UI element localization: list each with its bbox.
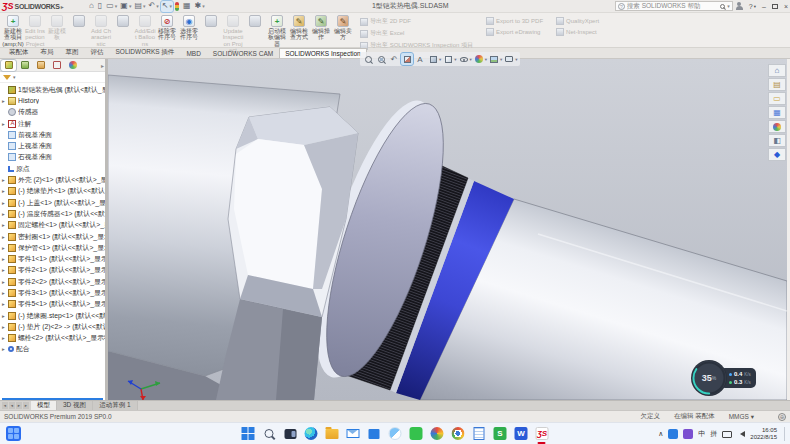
solidworks-taskbar-icon[interactable]: ƷS xyxy=(535,426,550,441)
tree-item[interactable]: ▸ 螺栓<2> (默认<<默认>_显示状态 xyxy=(0,333,105,344)
search-help-box[interactable]: ? 搜索 SOLIDWORKS 帮助 ▾ xyxy=(615,1,733,11)
tree-item[interactable]: ▸ (-) 绝缘垫片<1> (默认<<默认>_显 xyxy=(0,186,105,197)
new-document-icon[interactable]: ▯ xyxy=(97,1,104,12)
tree-item[interactable]: 上视基准面 xyxy=(0,140,105,151)
document-tab[interactable]: 模型 xyxy=(31,401,57,410)
panel-more-arrow[interactable]: ▸ xyxy=(101,62,104,69)
section-view-icon[interactable] xyxy=(401,53,413,65)
open-icon[interactable]: ▭ ▾ xyxy=(105,1,118,12)
export-menu-item[interactable]: 导出至 SOLIDWORKS Inspection 项目 xyxy=(360,41,473,50)
tree-item[interactable]: ▸ 固定螺栓<1> (默认<<默认>_显示 xyxy=(0,220,105,231)
tab-display-manager[interactable] xyxy=(65,60,80,71)
wechat-icon[interactable] xyxy=(409,426,424,441)
help-menu-button[interactable]: ?▾ xyxy=(749,3,756,10)
green-s-app-icon[interactable]: S xyxy=(493,426,508,441)
export-menu-item[interactable]: 导出至 2D PDF xyxy=(360,17,473,26)
document-tab[interactable]: 运动算例 1 xyxy=(93,401,137,410)
tab-feature-tree[interactable] xyxy=(1,60,16,71)
tab-nav-arrow[interactable]: ◂ xyxy=(9,402,15,409)
tree-item[interactable]: ▸ 注解 xyxy=(0,118,105,129)
close-button[interactable]: × xyxy=(784,3,788,10)
chrome-icon[interactable] xyxy=(451,426,466,441)
design-library-icon[interactable]: ▤ xyxy=(768,78,786,91)
display-style-icon[interactable] xyxy=(442,53,454,65)
export-menu-item[interactable]: Net-Inspect xyxy=(556,28,599,36)
filter-caret[interactable]: ▾ xyxy=(13,74,16,80)
tree-item[interactable]: ▸ History xyxy=(0,95,105,106)
document-tab[interactable]: 3D 视图 xyxy=(57,401,93,410)
select-icon[interactable]: ↖ ▾ xyxy=(161,1,173,12)
tree-item[interactable]: ▸ (-) 绝缘圈.step<1> (默认<<默认 xyxy=(0,310,105,321)
undo-icon[interactable]: ↶ ▾ xyxy=(147,1,159,12)
view-palette-icon[interactable]: ▦ xyxy=(768,106,786,119)
tab-nav-arrow[interactable]: ▸ xyxy=(23,402,29,409)
export-menu-item[interactable]: Export eDrawing xyxy=(486,28,543,36)
apply-scene-icon[interactable] xyxy=(488,53,500,65)
tab-nav-arrow[interactable]: ▸ xyxy=(16,402,22,409)
home-icon[interactable]: ⌂ xyxy=(88,1,96,12)
tab-configuration-manager[interactable] xyxy=(33,60,48,71)
tree-item[interactable]: ▸ 零件5<1> (默认<<默认>_显示状态 xyxy=(0,299,105,310)
command-tab[interactable]: SOLIDWORKS 插件 xyxy=(110,46,181,58)
appearances-scenes-icon[interactable] xyxy=(768,120,786,133)
tree-item[interactable]: ▸ (-) 温度传感器<1> (默认<<默认>_ xyxy=(0,208,105,219)
command-tab[interactable]: MBD xyxy=(180,48,206,58)
start-button[interactable] xyxy=(241,426,256,441)
export-menu-item[interactable]: QualityXpert xyxy=(556,17,599,25)
display-settings-icon[interactable]: ▦ xyxy=(182,1,193,12)
zoom-area-icon[interactable] xyxy=(375,53,387,65)
rebuild-icon[interactable] xyxy=(174,1,181,12)
store-icon[interactable] xyxy=(367,426,382,441)
restore-button[interactable] xyxy=(772,4,778,9)
command-tab[interactable]: 评估 xyxy=(85,46,110,58)
export-menu-item[interactable]: Export to 3D PDF xyxy=(486,17,543,25)
notes-icon[interactable] xyxy=(472,426,487,441)
tree-item[interactable]: ▸ (-) 上盖<1> (默认<<默认>_显示状 xyxy=(0,197,105,208)
tree-item[interactable]: ▸ 配合 xyxy=(0,344,105,355)
tree-item[interactable]: ▸ 零件3<1> (默认<<默认>_显示状态 xyxy=(0,287,105,298)
command-tab[interactable]: 草图 xyxy=(60,46,85,58)
zoom-fit-icon[interactable] xyxy=(362,53,374,65)
taskbar-search-icon[interactable] xyxy=(262,426,277,441)
print-icon[interactable]: ▤ ▾ xyxy=(133,1,146,12)
minimize-button[interactable]: – xyxy=(762,3,766,10)
forum-icon[interactable]: ◆ xyxy=(768,148,786,161)
ime-lang-indicator[interactable]: 中 xyxy=(698,429,705,439)
tree-item[interactable]: 原点 xyxy=(0,163,105,174)
options-icon[interactable]: ✱ ▾ xyxy=(193,1,205,12)
status-item[interactable]: 欠定义 xyxy=(640,412,660,421)
user-profile-icon[interactable] xyxy=(736,6,743,10)
tab-dimxpert-manager[interactable] xyxy=(49,60,64,71)
logo-expand-arrow[interactable]: ▸ xyxy=(61,3,64,10)
status-item[interactable]: MMGS ▾ xyxy=(729,413,754,421)
export-menu-item[interactable]: 导出至 Excel xyxy=(360,29,473,38)
tray-app1-icon[interactable] xyxy=(668,429,678,439)
taskbar-corner-app-icon[interactable] xyxy=(6,426,21,441)
edit-appearance-icon[interactable] xyxy=(473,53,485,65)
tree-item[interactable]: ▸ 密封圈<1> (默认<<默认>_显示状 xyxy=(0,231,105,242)
tree-item[interactable]: 1型铠装热电偶 (默认<默认_显示状态-1 xyxy=(0,84,105,95)
tree-item[interactable]: 前视基准面 xyxy=(0,129,105,140)
custom-properties-icon[interactable]: ◧ xyxy=(768,134,786,147)
tray-app2-icon[interactable] xyxy=(683,429,693,439)
clock[interactable]: 16:05 2022/8/15 xyxy=(750,427,777,441)
tree-item[interactable]: 右视基准面 xyxy=(0,152,105,163)
file-explorer-icon[interactable]: ▭ xyxy=(768,92,786,105)
tree-item[interactable]: ▸ 零件1<1> (默认<<默认>_显示状态 xyxy=(0,253,105,264)
tree-item[interactable]: ▸ 零件2<2> (默认<<默认>_显示状态 xyxy=(0,276,105,287)
network-monitor-widget[interactable]: 35% 0.4 K/s 0.3 K/s xyxy=(692,361,762,395)
tree-item[interactable]: ▸ (-) 垫片 (2)<2> -> (默认<<默认>_ xyxy=(0,321,105,332)
hide-show-items-icon[interactable] xyxy=(458,53,470,65)
edge-icon[interactable] xyxy=(304,426,319,441)
tree-item[interactable]: 传感器 xyxy=(0,107,105,118)
word-icon[interactable]: W xyxy=(514,426,529,441)
globe-icon[interactable]: ⊕ xyxy=(778,413,786,421)
file-explorer-icon[interactable] xyxy=(325,426,340,441)
command-tab[interactable]: SOLIDWORKS Inspection xyxy=(279,48,367,58)
solidworks-resources-icon[interactable]: ⌂ xyxy=(768,64,786,77)
task-view-icon[interactable] xyxy=(283,426,298,441)
volume-icon[interactable] xyxy=(737,431,745,437)
3d-viewport-canvas[interactable] xyxy=(108,59,787,400)
view-settings-icon[interactable] xyxy=(503,53,515,65)
cast-icon[interactable] xyxy=(722,431,732,438)
